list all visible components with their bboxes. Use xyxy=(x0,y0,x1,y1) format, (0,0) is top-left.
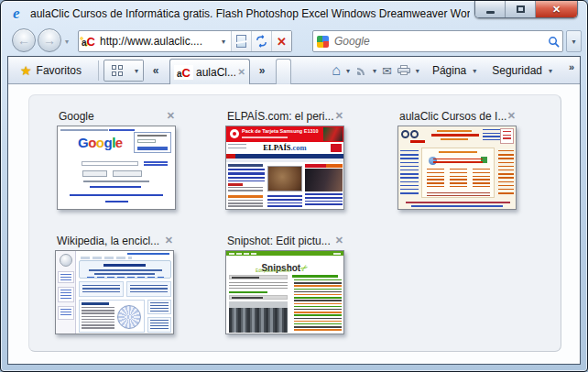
elpais-photo-right xyxy=(305,169,343,191)
tab-favicon: aC xyxy=(174,65,193,80)
toolbar-separator xyxy=(98,60,99,81)
maximize-icon xyxy=(517,5,525,13)
snipshot-features-list xyxy=(294,279,342,333)
tile-aulaclic-title: aulaClic Cursos de I... ✕ xyxy=(397,110,518,126)
magnifier-icon xyxy=(548,36,560,48)
page-menu-label: Página xyxy=(425,64,470,77)
star-icon: ★ xyxy=(20,63,32,78)
snipshot-city-photo xyxy=(229,301,288,333)
google-promo-box xyxy=(134,132,171,153)
close-icon: ✕ xyxy=(552,4,561,16)
tile-wikipedia-title: Wikipedia, la encicl... ✕ xyxy=(55,235,176,250)
tile-wikipedia: Wikipedia, la encicl... ✕ xyxy=(55,235,176,334)
google-logo: Google xyxy=(78,135,123,150)
snipshot-tagline: Edit pictures online xyxy=(226,268,320,273)
google-lucky-button xyxy=(113,170,142,177)
back-arrow-icon: ← xyxy=(17,33,30,48)
search-provider-dropdown[interactable]: ▾ xyxy=(566,30,582,52)
elpais-ad-image xyxy=(323,127,343,141)
aulaclic-calendar xyxy=(500,128,514,144)
stop-icon: ✕ xyxy=(277,35,287,49)
read-mail-button[interactable]: ✉ xyxy=(379,60,395,81)
title-bar[interactable]: e aulaClic Cursos de Informática gratis.… xyxy=(1,1,587,27)
search-go-button[interactable] xyxy=(544,36,562,48)
tile-google-close-icon[interactable]: ✕ xyxy=(167,110,175,122)
address-input[interactable] xyxy=(98,35,216,48)
maximize-button[interactable] xyxy=(506,1,536,17)
aulaclic-right-links xyxy=(498,150,514,196)
elpais-ad-text: Pack de Tarjeta Samsung E1310 xyxy=(242,128,322,134)
quick-tabs-panel: Google ✕ Google xyxy=(28,94,561,352)
print-button[interactable] xyxy=(395,60,413,81)
tile-wikipedia-close-icon[interactable]: ✕ xyxy=(165,235,173,246)
tile-aulaclic-thumbnail[interactable] xyxy=(397,126,517,210)
tab-list-dropdown[interactable]: ▾ xyxy=(130,60,144,82)
security-menu-button[interactable]: Seguridad▾ xyxy=(482,60,558,81)
window-title: aulaClic Cursos de Informática gratis. F… xyxy=(30,7,470,20)
home-button[interactable]: ⌂ xyxy=(329,60,343,81)
more-commands-button[interactable]: » xyxy=(569,61,574,72)
home-icon: ⌂ xyxy=(332,63,341,78)
refresh-icon xyxy=(255,35,268,48)
tile-elpais: ELPAÍS.com: el peri... ✕ Pack de Tarjeta… xyxy=(225,110,346,210)
quick-tabs-view: Google ✕ Google xyxy=(8,84,580,364)
wikipedia-compass-image xyxy=(117,305,141,329)
feeds-button[interactable] xyxy=(353,60,370,81)
tab-toolbar: ★ Favoritos ▾ « aC aulaCl... ✕ » ⌂ ▾ ▾ xyxy=(8,57,580,84)
quick-tabs-button[interactable] xyxy=(103,60,131,82)
address-bar[interactable]: aC ▾ ✕ xyxy=(78,30,292,52)
recent-pages-dropdown[interactable]: ▾ xyxy=(65,38,69,46)
print-icon xyxy=(397,65,410,76)
quick-tabs-grid-icon xyxy=(112,65,123,76)
tile-snipshot-close-icon[interactable]: ✕ xyxy=(335,235,343,246)
client-area: ★ Favoritos ▾ « aC aulaCl... ✕ » ⌂ ▾ ▾ xyxy=(7,56,581,365)
mail-icon: ✉ xyxy=(382,64,392,78)
snipshot-features-heading xyxy=(292,275,338,278)
print-dropdown[interactable]: ▾ xyxy=(413,67,422,75)
scroll-tabs-right-button[interactable]: » xyxy=(254,62,270,81)
tile-google: Google ✕ Google xyxy=(57,110,178,210)
command-bar: ⌂ ▾ ▾ ✉ ▾ Página▾ Seguridad▾ xyxy=(329,60,558,82)
page-menu-button[interactable]: Página▾ xyxy=(422,60,482,81)
aulaclic-logo xyxy=(401,130,409,138)
google-top-links xyxy=(60,129,108,131)
home-dropdown[interactable]: ▾ xyxy=(343,67,353,75)
site-favicon: aC xyxy=(79,34,98,49)
tile-wikipedia-thumbnail[interactable] xyxy=(55,250,174,334)
address-dropdown[interactable]: ▾ xyxy=(216,31,231,51)
compatibility-view-button[interactable] xyxy=(232,31,251,51)
tile-google-thumbnail[interactable]: Google xyxy=(57,126,176,210)
tab-aulaclic[interactable]: aC aulaCl... ✕ xyxy=(169,59,250,84)
feeds-dropdown[interactable]: ▾ xyxy=(370,67,379,75)
google-provider-icon xyxy=(317,36,329,48)
back-button[interactable]: ← xyxy=(12,28,36,52)
tab-label: aulaCl... xyxy=(196,66,235,79)
wikipedia-article-box xyxy=(79,300,145,333)
tile-aulaclic-close-icon[interactable]: ✕ xyxy=(507,110,516,122)
tile-elpais-thumbnail[interactable]: Pack de Tarjeta Samsung E1310 ELPAÍS.com xyxy=(225,126,344,210)
minimize-button[interactable] xyxy=(475,1,506,17)
refresh-button[interactable] xyxy=(252,31,271,51)
tile-google-title: Google ✕ xyxy=(57,110,178,126)
wikipedia-header-box xyxy=(79,260,171,279)
google-search-button xyxy=(82,170,107,177)
forward-button[interactable]: → xyxy=(38,28,61,52)
aulaclic-left-links xyxy=(400,150,419,196)
tile-elpais-close-icon[interactable]: ✕ xyxy=(335,110,343,122)
stop-button[interactable]: ✕ xyxy=(272,31,291,51)
tile-elpais-title: ELPAÍS.com: el peri... ✕ xyxy=(225,110,346,126)
aulaclic-main-box xyxy=(421,148,495,198)
tile-snipshot-thumbnail[interactable]: Snipshot✂ Edit pictures online xyxy=(225,250,344,334)
elpais-photo-center xyxy=(267,166,302,191)
rss-icon xyxy=(355,65,367,77)
tab-close-icon[interactable]: ✕ xyxy=(238,67,245,77)
elpais-headline-left xyxy=(228,169,265,181)
scroll-tabs-left-button[interactable]: « xyxy=(147,62,164,81)
search-box[interactable] xyxy=(312,30,563,52)
tile-aulaclic: aulaClic Cursos de I... ✕ xyxy=(397,110,518,210)
close-button[interactable]: ✕ xyxy=(536,1,577,17)
search-input[interactable] xyxy=(332,35,544,48)
new-tab-button[interactable] xyxy=(276,59,291,84)
compatibility-icon xyxy=(236,35,246,48)
favorites-button[interactable]: ★ Favoritos xyxy=(14,60,88,82)
